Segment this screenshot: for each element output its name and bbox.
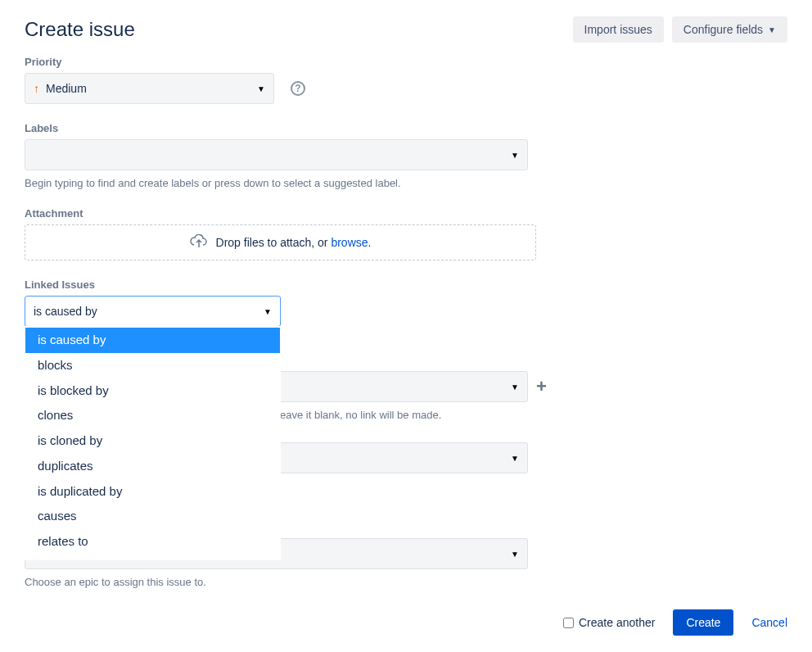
priority-label: Priority	[25, 56, 787, 68]
create-issue-dialog: Create issue Import issues Configure fie…	[0, 0, 812, 652]
linked-issues-type-select[interactable]: is caused by ▼	[25, 296, 281, 327]
labels-label: Labels	[25, 122, 787, 134]
dialog-header: Create issue Import issues Configure fie…	[0, 0, 812, 56]
import-issues-label: Import issues	[584, 23, 652, 36]
configure-fields-button[interactable]: Configure fields ▼	[672, 16, 787, 43]
add-linked-issue-button[interactable]: +	[536, 376, 547, 397]
cloud-upload-icon	[190, 234, 208, 251]
linked-issues-label: Linked Issues	[25, 278, 787, 291]
dropdown-item-is-duplicated-by[interactable]: is duplicated by	[25, 479, 280, 505]
caret-down-icon: ▼	[511, 550, 519, 559]
caret-down-icon: ▼	[511, 151, 519, 160]
labels-field: Labels ▼ Begin typing to find and create…	[25, 122, 787, 189]
labels-select[interactable]: ▼	[25, 139, 528, 170]
attachment-browse-link[interactable]: browse	[331, 236, 368, 249]
priority-value: Medium	[46, 82, 257, 95]
dropdown-item-is-cloned-by[interactable]: is cloned by	[25, 428, 280, 454]
labels-help: Begin typing to find and create labels o…	[25, 177, 787, 189]
cancel-button[interactable]: Cancel	[751, 616, 787, 629]
dialog-title: Create issue	[25, 18, 573, 41]
attachment-label: Attachment	[25, 207, 787, 220]
form-scroll-area[interactable]: Priority ↑ Medium ▼ ? Labels ▼ Begin typ…	[0, 56, 812, 595]
help-icon[interactable]: ?	[291, 81, 305, 96]
create-another-checkbox[interactable]	[563, 618, 574, 628]
chevron-down-icon: ▼	[768, 25, 776, 34]
dropdown-item-relates-to[interactable]: relates to	[25, 529, 280, 555]
attachment-drop-text: Drop files to attach, or browse.	[216, 236, 372, 249]
priority-field: Priority ↑ Medium ▼ ?	[25, 56, 787, 104]
dropdown-item-clones[interactable]: clones	[25, 403, 280, 428]
linked-issues-type-menu: is caused by blocks is blocked by clones…	[25, 326, 281, 560]
caret-down-icon: ▼	[264, 307, 272, 316]
create-another-label: Create another	[579, 616, 655, 629]
caret-down-icon: ▼	[511, 383, 519, 392]
create-button[interactable]: Create	[673, 609, 733, 636]
create-another-checkbox-row[interactable]: Create another	[563, 616, 655, 629]
attachment-dropzone[interactable]: Drop files to attach, or browse.	[25, 224, 536, 260]
caret-down-icon: ▼	[511, 454, 519, 463]
priority-select[interactable]: ↑ Medium ▼	[25, 73, 274, 104]
epic-link-help: Choose an epic to assign this issue to.	[25, 576, 787, 588]
import-issues-button[interactable]: Import issues	[573, 16, 664, 43]
linked-issues-field: Linked Issues is caused by ▼ is caused b…	[25, 278, 787, 421]
header-actions: Import issues Configure fields ▼	[573, 16, 787, 43]
dropdown-item-is-blocked-by[interactable]: is blocked by	[25, 378, 280, 404]
dialog-footer: Create another Create Cancel	[0, 595, 812, 652]
dropdown-item-duplicates[interactable]: duplicates	[25, 454, 280, 479]
dropdown-item-blocks[interactable]: blocks	[25, 353, 280, 378]
priority-row: ↑ Medium ▼ ?	[25, 73, 787, 104]
caret-down-icon: ▼	[257, 84, 265, 93]
dropdown-item-is-caused-by[interactable]: is caused by	[25, 328, 280, 353]
attachment-field: Attachment Drop files to attach, or brow…	[25, 207, 787, 260]
dropdown-item-causes[interactable]: causes	[25, 504, 280, 529]
linked-issues-type-value: is caused by	[34, 305, 264, 318]
configure-fields-label: Configure fields	[683, 23, 763, 36]
linked-issues-type-wrapper: is caused by ▼ is caused by blocks is bl…	[25, 296, 787, 327]
priority-arrow-up-icon: ↑	[34, 82, 39, 95]
